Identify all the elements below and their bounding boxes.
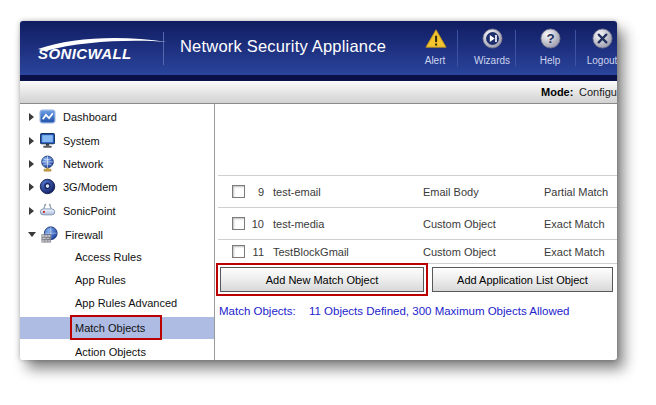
- sidebar-item-app-rules-advanced[interactable]: App Rules Advanced: [20, 292, 214, 314]
- sidebar-item-app-rules[interactable]: App Rules: [20, 269, 214, 291]
- status-value: 11 Objects Defined, 300 Maximum Objects …: [309, 305, 570, 317]
- table-row: 10 test-media Custom Object Exact Match: [218, 208, 617, 240]
- match-object-type: Email Body: [423, 186, 544, 198]
- expand-arrow-icon[interactable]: [29, 183, 34, 191]
- sidebar-item-dashboard[interactable]: Dashboard: [20, 105, 214, 128]
- expand-arrow-icon[interactable]: [29, 160, 34, 168]
- status-label: Match Objects:: [219, 305, 296, 317]
- table-row: 9 test-email Email Body Partial Match: [218, 175, 617, 208]
- table-row: 11 TestBlockGmail Custom Object Exact Ma…: [218, 240, 617, 264]
- sidebar-item-network[interactable]: Network: [20, 152, 214, 175]
- mode-value: Configuration: [579, 86, 617, 98]
- row-number: 11: [245, 246, 264, 258]
- sonicpoint-icon: [39, 202, 56, 219]
- action-divider: [457, 30, 458, 66]
- action-divider: [575, 30, 576, 66]
- sidebar-item-action-objects[interactable]: Action Objects: [20, 341, 214, 360]
- match-object-type: Custom Object: [423, 246, 544, 258]
- sidebar-item-access-rules[interactable]: Access Rules: [20, 246, 214, 268]
- mode-bar: Mode: Configuration: [20, 81, 617, 104]
- sidebar-item-match-objects[interactable]: Match Objects: [20, 317, 214, 339]
- header-actions: Alert Wizards: [405, 21, 617, 75]
- modem-icon: [39, 178, 56, 195]
- expand-arrow-icon[interactable]: [29, 207, 34, 215]
- sidebar-item-sonicpoint[interactable]: SonicPoint: [20, 199, 214, 222]
- add-application-list-object-button[interactable]: Add Application List Object: [432, 267, 613, 292]
- firewall-icon: [41, 226, 58, 243]
- dashboard-icon: [39, 108, 56, 125]
- screenshot-canvas: SONICWALL Network Security Appliance Ale…: [0, 0, 656, 405]
- expand-arrow-icon[interactable]: [29, 137, 34, 145]
- add-new-match-object-button[interactable]: Add New Match Object: [220, 267, 424, 292]
- product-title: Network Security Appliance: [180, 37, 386, 56]
- match-type: Exact Match: [544, 246, 617, 258]
- action-divider: [515, 30, 516, 66]
- wizards-button[interactable]: Wizards: [468, 28, 516, 66]
- sidebar-item-system[interactable]: System: [20, 129, 214, 152]
- row-number: 10: [245, 218, 264, 230]
- app-window: SONICWALL Network Security Appliance Ale…: [20, 21, 617, 360]
- match-object-name: test-email: [273, 186, 423, 198]
- match-object-name: TestBlockGmail: [273, 246, 423, 258]
- row-checkbox[interactable]: [232, 245, 245, 258]
- help-icon: ?: [540, 28, 561, 49]
- collapse-arrow-icon[interactable]: [28, 232, 36, 237]
- row-checkbox[interactable]: [232, 217, 245, 230]
- match-object-type: Custom Object: [423, 218, 544, 230]
- wizards-icon: [482, 28, 503, 49]
- sidebar-nav: Dashboard System: [20, 104, 215, 360]
- sidebar-item-firewall[interactable]: Firewall: [20, 223, 214, 246]
- logout-icon: [592, 28, 613, 49]
- sidebar-item-3g-modem[interactable]: 3G/Modem: [20, 175, 214, 198]
- network-icon: [39, 155, 56, 172]
- row-number: 9: [245, 186, 264, 198]
- row-checkbox[interactable]: [232, 185, 245, 198]
- match-type: Exact Match: [544, 218, 617, 230]
- match-object-name: test-media: [273, 218, 423, 230]
- logout-button[interactable]: Logout: [578, 28, 617, 66]
- alert-button[interactable]: Alert: [411, 28, 459, 66]
- help-button[interactable]: ? Help: [526, 28, 574, 66]
- alert-icon: [425, 28, 446, 49]
- brand-text: SONICWALL: [38, 45, 132, 62]
- expand-arrow-icon[interactable]: [29, 113, 34, 121]
- svg-text:?: ?: [546, 31, 554, 46]
- match-type: Partial Match: [544, 186, 617, 198]
- app-header: SONICWALL Network Security Appliance Ale…: [20, 21, 617, 75]
- status-line: Match Objects: 11 Objects Defined, 300 M…: [219, 305, 569, 317]
- mode-label: Mode:: [541, 86, 573, 98]
- sonicwall-logo: SONICWALL: [38, 38, 168, 64]
- system-icon: [39, 132, 56, 149]
